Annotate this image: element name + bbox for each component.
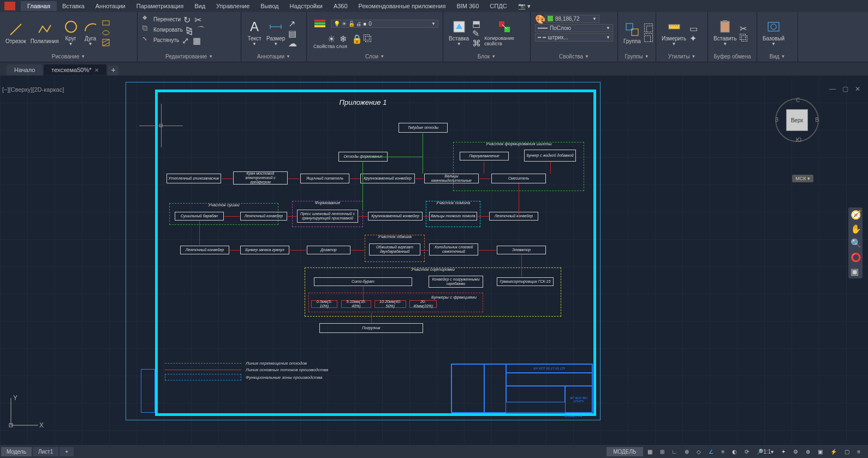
menu-tab-output[interactable]: Вывод (255, 1, 284, 11)
panel-block-label[interactable]: Блок ▼ (447, 52, 527, 61)
menu-tab-apps[interactable]: Рекомендованные приложения (353, 1, 451, 11)
insert-button[interactable]: Вставка▼ (448, 18, 470, 47)
menu-tab-spds[interactable]: СПДС (484, 1, 512, 11)
sheet-tab[interactable]: Лист1 (33, 447, 58, 456)
layer-freeze-icon[interactable]: ❄ (340, 34, 348, 43)
zoom-icon[interactable]: 🔍 (851, 238, 860, 248)
view-cube[interactable]: С Ю В З Верх (775, 98, 819, 142)
point-icon[interactable]: ✦ (689, 33, 698, 42)
hardware-accel-icon[interactable]: ⚡ (827, 447, 840, 456)
new-tab-button[interactable]: + (108, 66, 118, 75)
group-button[interactable]: Группа (622, 21, 642, 45)
panel-groups-label[interactable]: Группы ▼ (621, 52, 652, 61)
maximize-icon[interactable]: ▢ (840, 85, 851, 93)
cloud-icon[interactable]: ☁ (288, 38, 297, 47)
attr-icon[interactable]: ⌘ (472, 38, 481, 47)
panel-edit-label[interactable]: Редактирование ▼ (141, 52, 237, 61)
osnap-toggle-icon[interactable]: ◇ (693, 447, 704, 456)
text-button[interactable]: AТекст▼ (246, 18, 263, 47)
customize-icon[interactable]: ≡ (854, 447, 864, 456)
wcs-label[interactable]: МСК ▾ (792, 175, 813, 182)
showmotion-icon[interactable]: ▣ (851, 266, 860, 276)
panel-view-label[interactable]: Вид ▼ (760, 52, 794, 61)
copy-button[interactable]: ⿻Копировать (142, 25, 183, 34)
cube-top-face[interactable]: Верх (786, 109, 808, 131)
scale-icon[interactable]: ⤢ (182, 35, 191, 44)
edit-block-icon[interactable]: ✎ (472, 28, 481, 37)
otrack-toggle-icon[interactable]: ∠ (705, 447, 717, 456)
create-block-icon[interactable]: ⬒ (472, 19, 481, 27)
menu-tab-extra[interactable]: 📷 ▾ (513, 1, 536, 11)
polyline-button[interactable]: Полилиния (29, 21, 60, 45)
layer-lock-icon[interactable]: 🔒 (352, 34, 360, 43)
menu-tab-manage[interactable]: Управление (211, 1, 255, 11)
panel-layers-label[interactable]: Слои ▼ (310, 52, 439, 61)
polar-toggle-icon[interactable]: ⊕ (681, 447, 692, 456)
layer-props-button[interactable] (311, 14, 329, 33)
viewport-label[interactable]: [−][Сверху][2D-каркас] (2, 86, 64, 93)
panel-anno-label[interactable]: Аннотации ▼ (245, 52, 303, 61)
menu-tab-a360[interactable]: A360 (328, 1, 353, 11)
isolate-icon[interactable]: ▣ (815, 447, 826, 456)
menu-tab-main[interactable]: Главная (21, 1, 57, 11)
steering-wheel-icon[interactable]: 🧭 (851, 210, 860, 219)
grid-toggle-icon[interactable]: ▦ (644, 447, 656, 456)
model-tab[interactable]: Модель (1, 447, 32, 456)
ellipse-icon[interactable] (102, 28, 110, 37)
pan-icon[interactable]: ✋ (851, 224, 860, 234)
orbit-icon[interactable]: ⭕ (851, 252, 860, 262)
add-layout-button[interactable]: + (60, 447, 74, 456)
lineweight-dropdown[interactable]: ━ ━ штрих...▼ (535, 33, 613, 41)
layer-dropdown[interactable]: 💡 ☀ 🔓 🖨 ■ 0▼ (331, 20, 438, 28)
rotate-icon[interactable]: ↻ (183, 15, 192, 23)
ungroup-icon[interactable]: ⿸ (644, 23, 653, 32)
snap-toggle-icon[interactable]: ⊞ (657, 447, 668, 456)
annoscale-icon[interactable]: 🔎 1:1 ▾ (753, 447, 777, 456)
annovisibility-icon[interactable]: ✦ (778, 447, 789, 456)
matchprops-button[interactable]: Копирование свойств (483, 18, 526, 47)
line-button[interactable]: Отрезок (4, 21, 27, 45)
layer-match-icon[interactable]: ⿻ (364, 34, 372, 43)
leader-icon[interactable]: ↗ (288, 19, 297, 27)
panel-props-label[interactable]: Свойства ▼ (534, 52, 614, 61)
menu-tab-view[interactable]: Вид (189, 1, 211, 11)
select-icon[interactable]: ▭ (689, 23, 698, 32)
color-wheel-icon[interactable]: 🎨 (535, 14, 544, 23)
move-button[interactable]: ✥Перенести (142, 14, 181, 24)
lineweight-toggle-icon[interactable]: ≡ (718, 447, 728, 456)
cut-icon[interactable]: ✂ (740, 23, 748, 32)
ortho-toggle-icon[interactable]: ∟ (669, 447, 681, 456)
close-viewport-icon[interactable]: ✕ (853, 85, 863, 93)
fillet-icon[interactable]: ⌒ (197, 25, 205, 34)
panel-utils-label[interactable]: Утилиты ▼ (659, 52, 704, 61)
close-icon[interactable]: ✕ (94, 67, 99, 73)
color-dropdown[interactable]: 88,186,72▼ (545, 15, 599, 23)
mirror-icon[interactable]: ⧎ (186, 25, 194, 34)
clean-screen-icon[interactable]: ▢ (841, 447, 853, 456)
cycling-toggle-icon[interactable]: ⟳ (741, 447, 752, 456)
menu-tab-annotate[interactable]: Аннотации (90, 1, 131, 11)
menu-tab-bim360[interactable]: BIM 360 (451, 1, 484, 11)
menu-tab-param[interactable]: Параметризация (131, 1, 189, 11)
linetype-dropdown[interactable]: ━━━ ПоСлою▼ (535, 24, 613, 32)
trim-icon[interactable]: ✂ (194, 15, 203, 23)
arc-button[interactable]: Дуга▼ (82, 18, 99, 47)
minimize-icon[interactable]: — (827, 85, 838, 93)
hatch-icon[interactable] (102, 38, 110, 47)
array-icon[interactable]: ▦ (193, 35, 201, 44)
modelspace-button[interactable]: МОДЕЛЬ (607, 447, 643, 456)
paste-button[interactable]: Вставить▼ (712, 18, 738, 47)
baseview-button[interactable]: Базовый▼ (762, 18, 786, 47)
group-edit-icon[interactable]: ⿹ (644, 33, 653, 42)
clip-copy-icon[interactable]: ⿻ (740, 33, 748, 42)
menu-tab-addins[interactable]: Надстройки (284, 1, 328, 11)
panel-draw-label[interactable]: Рисование ▼ (3, 52, 134, 61)
workspace-icon[interactable]: ⚙ (790, 447, 801, 456)
circle-button[interactable]: Круг▼ (62, 18, 80, 47)
annotation-monitor-icon[interactable]: ⊕ (802, 447, 813, 456)
menu-tab-insert[interactable]: Вставка (57, 1, 90, 11)
measure-button[interactable]: Измерить▼ (661, 18, 687, 47)
tab-start[interactable]: Начало (7, 64, 43, 75)
rect-icon[interactable] (102, 19, 110, 27)
tab-document[interactable]: техсхема50%*✕ (44, 64, 106, 75)
